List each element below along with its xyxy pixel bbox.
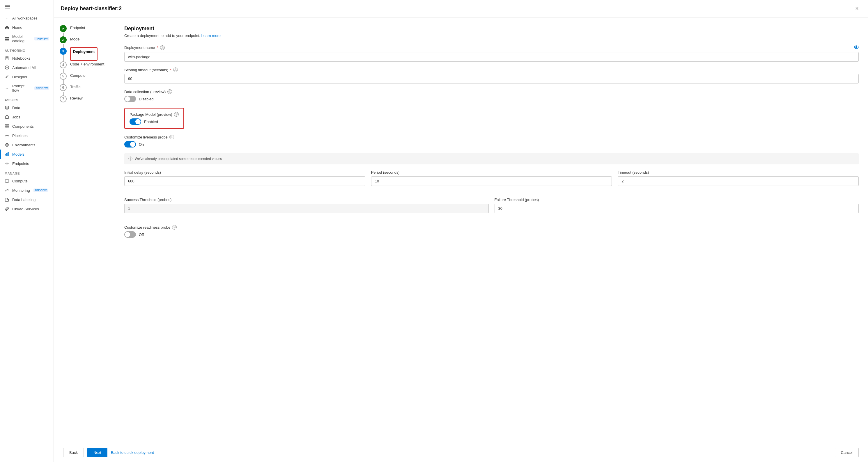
deployment-name-eye-icon[interactable] (854, 45, 859, 50)
step-code-environment[interactable]: 4 Code + environment (60, 61, 109, 72)
step-deployment[interactable]: 3 Deployment (60, 47, 109, 61)
deployment-name-label: Deployment name * ⓘ (124, 45, 859, 50)
initial-delay-group: Initial delay (seconds) (124, 170, 365, 186)
sidebar-item-monitoring[interactable]: Monitoring PREVIEW (0, 186, 54, 195)
timeout-label: Timeout (seconds) (618, 170, 859, 174)
sidebar-item-designer[interactable]: Designer (0, 72, 54, 81)
readiness-toggle[interactable] (124, 231, 136, 238)
automated-ml-icon (5, 65, 9, 70)
authoring-section-label: Authoring (0, 45, 54, 54)
liveness-label: Customize liveness probe ⓘ (124, 135, 859, 139)
failure-threshold-label: Failure Threshold (probes) (495, 198, 859, 202)
svg-rect-26 (5, 180, 9, 183)
deployment-name-input[interactable] (124, 52, 859, 62)
back-to-quick-deployment-link[interactable]: Back to quick deployment (111, 448, 154, 457)
data-collection-info-icon[interactable]: ⓘ (167, 89, 172, 94)
period-input[interactable] (371, 176, 612, 186)
sidebar-item-data-labeling[interactable]: Data Labeling (0, 195, 54, 204)
period-label: Period (seconds) (371, 170, 612, 174)
sidebar-item-endpoints[interactable]: Endpoints (0, 159, 54, 168)
sidebar-item-linked-services[interactable]: Linked Services (0, 204, 54, 213)
initial-delay-input[interactable] (124, 176, 365, 186)
sidebar-item-compute[interactable]: Compute (0, 176, 54, 186)
sidebar-item-all-workspaces[interactable]: ← All workspaces (0, 13, 54, 23)
sidebar-item-environments[interactable]: Environments (0, 140, 54, 150)
step-circle-traffic: 6 (60, 84, 67, 91)
step-label-model: Model (70, 36, 80, 47)
sidebar-item-automated-ml[interactable]: Automated ML (0, 63, 54, 72)
back-button[interactable]: Back (63, 448, 84, 457)
step-circle-model (60, 36, 67, 43)
success-threshold-group: Success Threshold (probes) (124, 198, 489, 213)
success-threshold-label: Success Threshold (probes) (124, 198, 489, 202)
liveness-toggle[interactable] (124, 141, 136, 147)
readiness-status: Off (139, 232, 144, 237)
sidebar-item-models[interactable]: Models (0, 150, 54, 159)
svg-line-9 (8, 75, 9, 76)
dialog-title: Deploy heart-classifier:2 (61, 5, 122, 12)
success-threshold-input[interactable] (124, 204, 489, 213)
step-label-compute: Compute (70, 72, 86, 84)
threshold-fields-row: Success Threshold (probes) Failure Thres… (124, 198, 859, 219)
step-review[interactable]: 7 Review (60, 95, 109, 106)
main-content: Deploy heart-classifier:2 × Endpoint Mod… (54, 0, 868, 462)
sidebar-item-home[interactable]: Home (0, 23, 54, 32)
readiness-label: Customize readiness probe ⓘ (124, 225, 859, 230)
sidebar-item-data[interactable]: Data (0, 103, 54, 112)
learn-more-link[interactable]: Learn more (202, 33, 221, 38)
liveness-info-icon[interactable]: ⓘ (169, 135, 174, 139)
endpoints-icon (5, 161, 9, 166)
step-circle-review: 7 (60, 95, 67, 102)
next-button[interactable]: Next (87, 448, 107, 457)
cancel-button[interactable]: Cancel (835, 448, 859, 457)
deployment-name-info-icon[interactable]: ⓘ (160, 45, 165, 50)
liveness-probe-group: Customize liveness probe ⓘ On (124, 135, 859, 147)
sidebar-item-prompt-flow[interactable]: → Prompt flow PREVIEW (0, 81, 54, 95)
step-label-review: Review (70, 95, 83, 106)
svg-point-16 (5, 135, 6, 136)
dialog-body: Endpoint Model 3 Deployment (54, 18, 868, 443)
step-compute[interactable]: 5 Compute (60, 72, 109, 84)
sidebar-item-components[interactable]: Components (0, 122, 54, 131)
data-collection-group: Data collection (preview) ⓘ Disabled (124, 89, 859, 102)
sidebar-item-notebooks[interactable]: Notebooks (0, 54, 54, 63)
svg-point-17 (8, 135, 9, 136)
step-circle-deployment: 3 (60, 48, 67, 55)
hamburger-button[interactable] (0, 0, 54, 13)
designer-icon (5, 74, 9, 79)
data-collection-toggle[interactable] (124, 96, 136, 102)
package-model-info-icon[interactable]: ⓘ (174, 112, 179, 117)
step-model[interactable]: Model (60, 36, 109, 47)
svg-rect-23 (6, 153, 7, 156)
failure-threshold-input[interactable] (495, 204, 859, 213)
package-model-toggle[interactable] (129, 119, 141, 125)
sidebar-item-model-catalog[interactable]: Model catalog PREVIEW (0, 32, 54, 45)
svg-rect-24 (8, 153, 9, 156)
readiness-info-icon[interactable]: ⓘ (172, 225, 177, 230)
package-model-box: Package Model (preview) ⓘ Enabled (124, 108, 184, 129)
step-label-code: Code + environment (70, 61, 104, 72)
data-icon (5, 105, 9, 110)
step-circle-compute: 5 (60, 73, 67, 80)
svg-rect-2 (5, 39, 7, 40)
deployment-name-group: Deployment name * ⓘ (124, 45, 859, 62)
readiness-toggle-row: Off (124, 231, 859, 238)
notebooks-icon (5, 56, 9, 61)
close-button[interactable]: × (853, 4, 861, 13)
section-title: Deployment (124, 26, 859, 32)
failure-threshold-group: Failure Threshold (probes) (495, 198, 859, 213)
scoring-timeout-input[interactable] (124, 74, 859, 84)
package-model-label: Package Model (preview) ⓘ (129, 112, 179, 117)
timeout-input[interactable] (618, 176, 859, 186)
svg-point-31 (856, 46, 857, 48)
sidebar-item-jobs[interactable]: Jobs (0, 112, 54, 122)
monitoring-icon (5, 188, 9, 193)
initial-delay-label: Initial delay (seconds) (124, 170, 365, 174)
timeout-group: Timeout (seconds) (618, 170, 859, 186)
scoring-timeout-info-icon[interactable]: ⓘ (173, 67, 178, 72)
sidebar-item-pipelines[interactable]: Pipelines (0, 131, 54, 140)
package-model-toggle-row: Enabled (129, 119, 179, 125)
step-endpoint[interactable]: Endpoint (60, 25, 109, 36)
step-traffic[interactable]: 6 Traffic (60, 84, 109, 95)
sidebar: ← All workspaces Home Model catalog PREV… (0, 0, 54, 462)
